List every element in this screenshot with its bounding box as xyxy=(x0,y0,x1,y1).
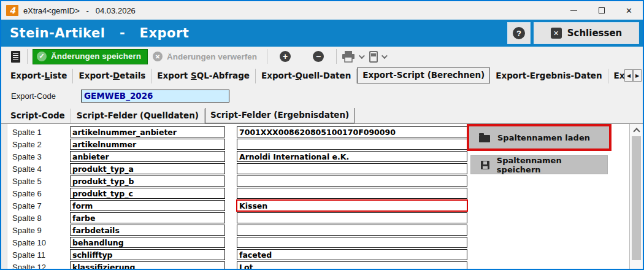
preview-dropdown-chevron-icon[interactable] xyxy=(381,53,388,59)
row-label: Spalte 5 xyxy=(12,177,42,186)
table-row: Spalte 5 xyxy=(1,175,469,187)
field-value-input[interactable] xyxy=(237,163,467,174)
print-button[interactable] xyxy=(342,51,355,63)
field-name-input[interactable] xyxy=(70,188,225,199)
field-name-input[interactable] xyxy=(70,126,225,137)
highlight-red-frame: Spaltennamen laden xyxy=(467,124,611,151)
row-label: Spalte 10 xyxy=(12,238,46,247)
row-label: Spalte 12 xyxy=(12,263,46,270)
field-value-input[interactable] xyxy=(237,249,467,260)
tab-export-liste[interactable]: Export-Liste xyxy=(5,69,73,83)
field-value-input[interactable] xyxy=(237,225,467,236)
document-list-icon xyxy=(11,51,20,63)
close-icon: ✕ xyxy=(626,6,632,15)
page-header: Stein-Artikel - Export ? ✕ Schliessen xyxy=(1,20,643,47)
field-value-input[interactable] xyxy=(237,188,467,199)
tab-export-konfiguration-form[interactable]: Export-Konfiguration (Form xyxy=(608,69,626,83)
tab-export-quell-daten[interactable]: Export-Quell-Daten xyxy=(256,69,357,83)
add-button[interactable]: + xyxy=(280,51,291,62)
table-row: Spalte 10 xyxy=(1,236,469,249)
tab-export-sql-abfrage[interactable]: Export SQL-Abfrage xyxy=(151,69,256,83)
table-row: Spalte 9 xyxy=(1,224,469,236)
field-name-input[interactable] xyxy=(70,200,225,211)
print-preview-button[interactable] xyxy=(369,51,378,63)
field-name-input[interactable] xyxy=(70,261,225,270)
column-rows: Spalte 1Spalte 2Spalte 3Spalte 4Spalte 5… xyxy=(1,126,469,270)
maximize-button[interactable] xyxy=(588,1,615,20)
table-row: Spalte 8 xyxy=(1,212,469,224)
discard-changes-button[interactable]: ✕ Änderungen verwerfen xyxy=(148,50,262,63)
document-list-button[interactable] xyxy=(9,49,22,64)
field-value-input[interactable] xyxy=(237,261,467,270)
table-row: Spalte 2 xyxy=(1,138,469,150)
row-label: Spalte 8 xyxy=(12,214,42,223)
tab-scroll-arrows: ◀ ▶ xyxy=(624,69,642,82)
field-name-input[interactable] xyxy=(70,163,225,174)
title-bar: 4 eXtra4<gemID> - 04.03.2026 ✕ xyxy=(1,1,643,20)
tab-scroll-left-icon[interactable]: ◀ xyxy=(624,69,633,82)
x-circle-icon: ✕ xyxy=(153,52,163,61)
tab-script-felder-quelldaten[interactable]: Script-Felder (Quelldaten) xyxy=(71,109,205,123)
scroll-up-icon[interactable] xyxy=(633,128,640,134)
tab-scroll-right-icon[interactable]: ▶ xyxy=(633,69,642,82)
table-row: Spalte 1 xyxy=(1,126,469,138)
field-name-input[interactable] xyxy=(70,139,225,150)
tab-export-details[interactable]: Export-Details xyxy=(73,69,151,83)
minimize-button[interactable] xyxy=(560,1,588,20)
field-value-input[interactable] xyxy=(237,200,467,211)
export-code-input[interactable] xyxy=(81,90,229,102)
help-button[interactable]: ? xyxy=(507,22,531,44)
toolbar-separator xyxy=(267,49,267,64)
field-value-input[interactable] xyxy=(237,176,467,187)
field-value-input[interactable] xyxy=(237,126,467,137)
save-changes-label: Änderungen speichern xyxy=(51,52,141,61)
field-value-input[interactable] xyxy=(237,212,467,223)
row-label: Spalte 1 xyxy=(12,128,42,137)
tab-export-script-berechnen[interactable]: Export-Script (Berechnen) xyxy=(357,68,490,83)
remove-button[interactable]: − xyxy=(313,51,324,62)
field-name-input[interactable] xyxy=(70,249,225,260)
field-name-input[interactable] xyxy=(70,225,225,236)
app-window: 4 eXtra4<gemID> - 04.03.2026 ✕ Stein-Art… xyxy=(0,0,644,270)
maximize-icon xyxy=(599,7,605,14)
load-column-names-button[interactable]: Spaltennamen laden xyxy=(469,126,609,148)
sub-tab-strip: Script-CodeScript-Felder (Quelldaten)Scr… xyxy=(1,108,643,123)
schliessen-button[interactable]: ✕ Schliessen xyxy=(534,22,639,44)
tab-script-felder-ergebnisdaten[interactable]: Script-Felder (Ergebnisdaten) xyxy=(205,108,355,123)
table-row: Spalte 6 xyxy=(1,187,469,199)
tab-script-code[interactable]: Script-Code xyxy=(5,109,71,123)
field-name-input[interactable] xyxy=(70,176,225,187)
toolbar-separator xyxy=(27,49,28,64)
printer-icon xyxy=(342,51,355,63)
save-column-names-button[interactable]: Spaltennamen speichern xyxy=(470,155,608,174)
export-code-label: Export-Code xyxy=(11,91,81,101)
row-label: Spalte 2 xyxy=(12,140,42,149)
toolbar: ✓ Änderungen speichern ✕ Änderungen verw… xyxy=(1,47,643,66)
window-title: eXtra4<gemID> - 04.03.2026 xyxy=(23,6,136,15)
field-value-input[interactable] xyxy=(237,237,467,248)
save-changes-button[interactable]: ✓ Änderungen speichern xyxy=(33,49,148,64)
field-value-input[interactable] xyxy=(237,139,467,150)
field-name-input[interactable] xyxy=(70,237,225,248)
page-title: Stein-Artikel - Export xyxy=(10,26,189,40)
field-value-input[interactable] xyxy=(237,151,467,162)
discard-changes-label: Änderungen verwerfen xyxy=(167,52,257,61)
plus-icon: + xyxy=(283,52,288,61)
result-fields-panel: Spalte 1Spalte 2Spalte 3Spalte 4Spalte 5… xyxy=(1,123,643,269)
vertical-scrollbar[interactable] xyxy=(629,124,643,269)
close-button[interactable]: ✕ xyxy=(615,1,643,20)
window-controls: ✕ xyxy=(560,1,643,20)
row-label: Spalte 6 xyxy=(12,189,42,198)
row-label: Spalte 7 xyxy=(12,201,42,210)
main-tab-strip: Export-ListeExport-DetailsExport SQL-Abf… xyxy=(1,66,643,83)
minimize-icon xyxy=(570,10,577,11)
scrollbar-thumb[interactable] xyxy=(632,136,641,260)
floppy-disk-icon xyxy=(481,161,489,169)
load-column-names-label: Spaltennamen laden xyxy=(497,133,590,142)
table-row: Spalte 4 xyxy=(1,163,469,175)
check-circle-icon: ✓ xyxy=(37,52,47,61)
field-name-input[interactable] xyxy=(70,151,225,162)
tab-export-ergebnis-daten[interactable]: Export-Ergebnis-Daten xyxy=(490,69,608,83)
field-name-input[interactable] xyxy=(70,212,225,223)
print-dropdown-chevron-icon[interactable] xyxy=(359,53,365,59)
